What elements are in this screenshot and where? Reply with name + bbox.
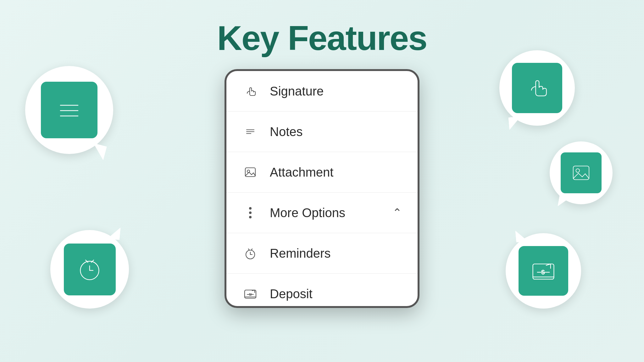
svg-text:$/: $/ bbox=[249, 293, 252, 296]
notes-feature-bubble bbox=[25, 66, 113, 154]
signature-feature-bubble bbox=[499, 50, 575, 126]
attachment-feature-bubble bbox=[550, 141, 613, 204]
page-title: Key Features bbox=[0, 0, 644, 57]
menu-item-reminders[interactable]: Reminders bbox=[226, 233, 418, 274]
signature-label: Signature bbox=[270, 84, 402, 98]
svg-rect-18 bbox=[245, 168, 255, 177]
more-options-icon bbox=[242, 205, 258, 221]
dollar-icon: $ bbox=[519, 246, 568, 296]
menu-item-notes[interactable]: Notes bbox=[226, 112, 418, 152]
dot-3 bbox=[249, 216, 252, 218]
menu-item-attachment[interactable]: Attachment bbox=[226, 152, 418, 193]
deposit-feature-bubble: $ bbox=[506, 233, 581, 309]
svg-point-4 bbox=[576, 169, 580, 173]
reminders-feature-bubble bbox=[50, 230, 129, 309]
chevron-up-icon: ⌃ bbox=[392, 206, 402, 219]
menu-item-deposit[interactable]: $/ Deposit bbox=[226, 274, 418, 308]
deposit-label: Deposit bbox=[270, 287, 402, 301]
attachment-label: Attachment bbox=[270, 165, 402, 179]
feature-menu-list: Signature Notes Attachment bbox=[226, 71, 418, 308]
menu-item-more-options[interactable]: More Options ⌃ bbox=[226, 193, 418, 233]
attachment-icon bbox=[242, 164, 258, 180]
dot-2 bbox=[249, 211, 252, 214]
svg-rect-3 bbox=[573, 166, 589, 179]
menu-item-signature[interactable]: Signature bbox=[226, 71, 418, 112]
gesture-icon bbox=[512, 63, 562, 113]
svg-line-21 bbox=[248, 249, 249, 250]
reminders-icon bbox=[242, 245, 258, 261]
clock-icon bbox=[64, 244, 116, 295]
phone-mockup: Signature Notes Attachment bbox=[225, 69, 419, 308]
deposit-icon: $/ bbox=[242, 286, 258, 302]
dot-1 bbox=[249, 207, 252, 210]
image-icon bbox=[561, 152, 602, 193]
more-options-label: More Options bbox=[270, 206, 381, 220]
signature-icon bbox=[242, 83, 258, 99]
svg-line-22 bbox=[251, 249, 252, 250]
text-lines-icon bbox=[41, 82, 97, 138]
svg-text:$: $ bbox=[541, 268, 545, 276]
reminders-label: Reminders bbox=[270, 246, 402, 261]
notes-icon bbox=[242, 123, 258, 140]
notes-label: Notes bbox=[270, 125, 402, 139]
